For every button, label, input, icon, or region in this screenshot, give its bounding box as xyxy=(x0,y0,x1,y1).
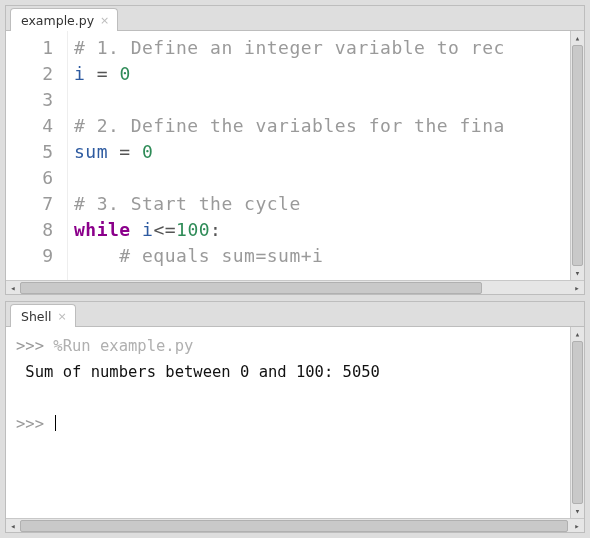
line-number: 3 xyxy=(6,87,53,113)
shell-panel: Shell × >>> %Run example.py Sum of numbe… xyxy=(5,301,585,533)
line-number: 1 xyxy=(6,35,53,61)
scroll-down-icon[interactable]: ▾ xyxy=(571,266,584,280)
scroll-down-icon[interactable]: ▾ xyxy=(571,504,584,518)
code-line[interactable]: # equals sum=sum+i xyxy=(74,243,570,269)
shell-tab-label: Shell xyxy=(21,309,52,324)
line-number: 8 xyxy=(6,217,53,243)
code-line[interactable]: i = 0 xyxy=(74,61,570,87)
code-line[interactable]: # 1. Define an integer variable to rec xyxy=(74,35,570,61)
editor-panel: example.py × 123456789 # 1. Define an in… xyxy=(5,5,585,295)
code-line[interactable]: sum = 0 xyxy=(74,139,570,165)
code-line[interactable] xyxy=(74,165,570,191)
editor-tab-label: example.py xyxy=(21,13,94,28)
close-icon[interactable]: × xyxy=(58,311,67,322)
shell-prompt: >>> xyxy=(16,415,44,433)
shell-horizontal-scrollbar[interactable]: ◂ ▸ xyxy=(6,518,584,532)
shell-tab[interactable]: Shell × xyxy=(10,304,76,327)
line-number: 7 xyxy=(6,191,53,217)
code-line[interactable] xyxy=(74,87,570,113)
code-line[interactable]: # 3. Start the cycle xyxy=(74,191,570,217)
scrollbar-thumb[interactable] xyxy=(20,520,568,532)
scroll-left-icon[interactable]: ◂ xyxy=(6,519,20,533)
code-editor[interactable]: 123456789 # 1. Define an integer variabl… xyxy=(6,31,570,280)
scroll-up-icon[interactable]: ▴ xyxy=(571,31,584,45)
code-line[interactable]: # 2. Define the variables for the fina xyxy=(74,113,570,139)
code-area[interactable]: # 1. Define an integer variable to reci … xyxy=(68,31,570,280)
scrollbar-thumb[interactable] xyxy=(572,45,583,266)
line-number-gutter: 123456789 xyxy=(6,31,68,280)
scrollbar-thumb[interactable] xyxy=(20,282,482,294)
line-number: 5 xyxy=(6,139,53,165)
shell-output[interactable]: >>> %Run example.py Sum of numbers betwe… xyxy=(6,327,570,479)
editor-tab-bar: example.py × xyxy=(6,6,584,31)
shell-cursor xyxy=(55,415,56,431)
code-line[interactable]: while i<=100: xyxy=(74,217,570,243)
editor-horizontal-scrollbar[interactable]: ◂ ▸ xyxy=(6,280,584,294)
scroll-right-icon[interactable]: ▸ xyxy=(570,519,584,533)
scrollbar-thumb[interactable] xyxy=(572,341,583,504)
scroll-right-icon[interactable]: ▸ xyxy=(570,281,584,295)
line-number: 4 xyxy=(6,113,53,139)
close-icon[interactable]: × xyxy=(100,15,109,26)
shell-prompt: >>> xyxy=(16,337,44,355)
shell-run-command: %Run example.py xyxy=(53,337,193,355)
line-number: 9 xyxy=(6,243,53,269)
line-number: 6 xyxy=(6,165,53,191)
shell-output-line: Sum of numbers between 0 and 100: 5050 xyxy=(16,363,380,381)
editor-tab[interactable]: example.py × xyxy=(10,8,118,31)
scroll-up-icon[interactable]: ▴ xyxy=(571,327,584,341)
shell-tab-bar: Shell × xyxy=(6,302,584,327)
shell-vertical-scrollbar[interactable]: ▴ ▾ xyxy=(570,327,584,518)
editor-vertical-scrollbar[interactable]: ▴ ▾ xyxy=(570,31,584,280)
scroll-left-icon[interactable]: ◂ xyxy=(6,281,20,295)
line-number: 2 xyxy=(6,61,53,87)
